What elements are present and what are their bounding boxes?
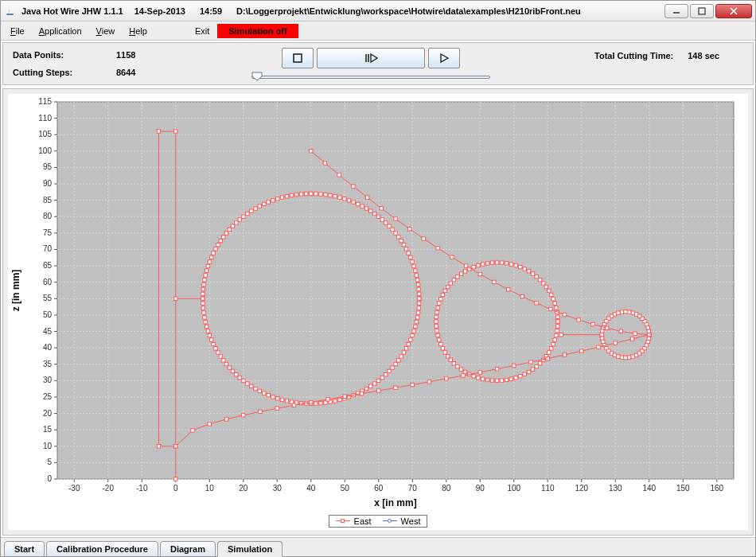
svg-rect-408	[157, 130, 160, 133]
svg-rect-329	[439, 342, 442, 345]
info-panel: Data Ponits: 1158 Cutting Steps: 8644 To…	[2, 42, 754, 85]
svg-rect-343	[490, 379, 493, 382]
svg-rect-195	[235, 221, 238, 224]
svg-rect-466	[614, 341, 617, 345]
svg-rect-147	[415, 278, 419, 282]
svg-rect-278	[415, 320, 418, 323]
window-controls	[664, 4, 752, 18]
svg-rect-167	[360, 204, 364, 208]
svg-rect-438	[633, 332, 637, 335]
menu-help[interactable]: Help	[123, 24, 154, 38]
svg-rect-436	[605, 326, 608, 329]
svg-rect-407	[174, 130, 177, 133]
svg-rect-376	[620, 310, 623, 314]
svg-rect-152	[409, 255, 412, 259]
svg-rect-275	[411, 333, 414, 337]
svg-rect-194	[238, 218, 241, 221]
svg-rect-209	[203, 278, 206, 282]
svg-text:0: 0	[47, 474, 52, 483]
svg-rect-266	[388, 369, 391, 372]
svg-rect-327	[436, 333, 439, 337]
svg-text:60: 60	[43, 278, 53, 286]
svg-rect-180	[299, 193, 302, 196]
svg-rect-217	[203, 316, 206, 319]
svg-rect-437	[619, 329, 622, 333]
svg-rect-465	[597, 345, 600, 349]
close-button[interactable]	[715, 4, 752, 18]
svg-rect-464	[580, 349, 583, 353]
svg-rect-212	[201, 292, 205, 295]
tab-calibration[interactable]: Calibration Procedure	[46, 541, 158, 557]
svg-rect-161	[384, 221, 388, 224]
svg-rect-323	[435, 315, 438, 318]
svg-rect-264	[380, 376, 384, 379]
menu-exit[interactable]: Exit	[189, 24, 216, 38]
svg-rect-151	[411, 260, 414, 263]
svg-rect-237	[258, 389, 261, 392]
svg-rect-349	[519, 375, 522, 378]
svg-rect-297	[527, 270, 530, 273]
svg-rect-429	[506, 288, 509, 291]
step-button[interactable]	[317, 48, 425, 68]
menu-application[interactable]: Application	[33, 24, 88, 38]
svg-rect-165	[368, 209, 372, 212]
svg-rect-433	[563, 313, 566, 316]
tab-simulation[interactable]: Simulation	[217, 541, 283, 557]
svg-rect-191	[250, 209, 253, 212]
svg-rect-406	[174, 477, 177, 481]
svg-rect-228	[224, 362, 228, 365]
svg-rect-188	[263, 202, 266, 205]
svg-rect-163	[376, 215, 380, 218]
svg-rect-302	[505, 262, 508, 265]
plot-area[interactable]: -30-20-100102030405060708090100110120130…	[8, 94, 748, 512]
svg-rect-431	[535, 302, 538, 305]
svg-text:140: 140	[642, 484, 656, 493]
svg-rect-314	[452, 278, 455, 281]
svg-rect-277	[414, 325, 417, 328]
svg-rect-175	[324, 193, 327, 196]
info-right: Total Cutting Time: 148 sec	[490, 46, 743, 81]
svg-rect-424	[436, 247, 439, 250]
svg-text:-20: -20	[103, 484, 115, 493]
svg-rect-441	[191, 429, 194, 432]
svg-text:115: 115	[38, 97, 52, 106]
svg-text:45: 45	[43, 327, 53, 336]
transport-controls	[251, 46, 490, 81]
svg-rect-220	[206, 329, 209, 333]
svg-rect-234	[246, 382, 249, 385]
svg-rect-261	[368, 384, 372, 388]
minimize-button[interactable]	[664, 4, 688, 18]
menu-file[interactable]: File	[4, 24, 31, 38]
svg-rect-242	[280, 398, 283, 401]
svg-rect-434	[577, 318, 580, 321]
svg-rect-427	[478, 272, 481, 275]
maximize-button[interactable]	[690, 4, 714, 18]
svg-rect-350	[523, 372, 526, 376]
progress-slider[interactable]	[251, 72, 490, 81]
svg-text:x [in mm]: x [in mm]	[374, 497, 416, 508]
svg-rect-463	[563, 353, 566, 356]
svg-text:25: 25	[43, 392, 53, 401]
svg-rect-291	[548, 289, 551, 292]
svg-rect-187	[267, 201, 270, 204]
svg-text:65: 65	[43, 261, 53, 270]
svg-rect-446	[275, 407, 279, 410]
app-icon	[4, 5, 17, 18]
play-button[interactable]	[428, 48, 460, 68]
svg-rect-397	[631, 355, 634, 358]
svg-rect-203	[212, 251, 215, 255]
svg-rect-462	[546, 356, 549, 360]
svg-rect-232	[238, 376, 241, 379]
svg-rect-177	[314, 192, 318, 195]
menu-view[interactable]: View	[90, 24, 122, 38]
svg-rect-352	[531, 368, 534, 371]
svg-rect-216	[202, 311, 205, 314]
svg-rect-359	[551, 342, 555, 345]
svg-rect-196	[231, 224, 234, 228]
tab-diagram[interactable]: Diagram	[160, 541, 216, 557]
svg-rect-321	[436, 306, 439, 310]
svg-rect-272	[404, 347, 407, 350]
stop-button[interactable]	[282, 48, 314, 68]
svg-rect-304	[495, 261, 498, 264]
tab-start[interactable]: Start	[4, 541, 45, 557]
